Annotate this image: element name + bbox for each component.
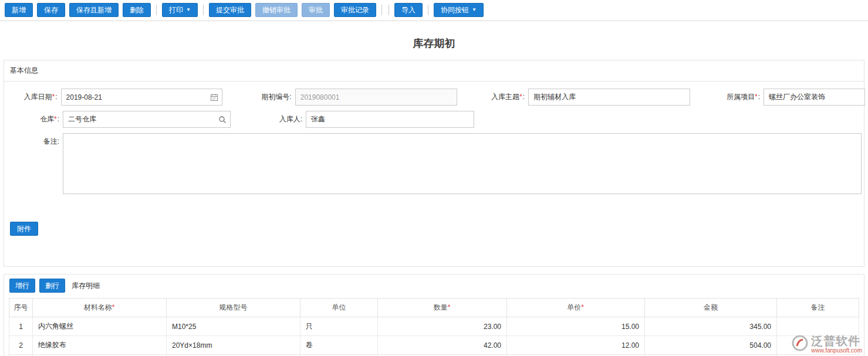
header-remark: 备注: [777, 299, 859, 317]
header-price: 单价*: [507, 299, 645, 317]
basic-info-section-title: 基本信息: [4, 60, 864, 82]
toolbar-divider: [428, 5, 428, 15]
in-date-field[interactable]: [61, 89, 223, 106]
table-header-row: 序号 材料名称* 规格型号 单位 数量* 单价* 金额 备注: [9, 299, 859, 317]
save-button[interactable]: 保存: [37, 3, 65, 17]
in-subject-field[interactable]: [528, 89, 690, 106]
import-button[interactable]: 导入: [394, 3, 423, 17]
basic-info-form: 入库日期*: 期初编号: 入库主题*: 所属项目*:: [4, 82, 864, 194]
header-unit: 单位: [300, 299, 378, 317]
toolbar-divider: [389, 5, 389, 15]
cell-material-name[interactable]: 内六角螺丝: [33, 317, 167, 336]
cell-spec[interactable]: M10*25: [167, 317, 300, 336]
print-button-label: 打印: [169, 6, 183, 14]
project-input[interactable]: [764, 89, 864, 105]
required-mark: *: [581, 303, 584, 311]
inventory-detail-table: 序号 材料名称* 规格型号 单位 数量* 单价* 金额 备注 1 内六角螺丝 M…: [9, 298, 859, 356]
cell-qty[interactable]: 42.00: [378, 336, 507, 355]
toolbar-divider: [203, 5, 204, 15]
header-amount: 金额: [645, 299, 777, 317]
in-person-label: 入库人:: [231, 114, 306, 124]
toolbar-divider: [156, 5, 157, 15]
cell-unit[interactable]: 只: [300, 317, 378, 336]
in-person-field[interactable]: [306, 111, 474, 128]
in-person-input[interactable]: [306, 111, 474, 127]
dropdown-arrow-icon: ▼: [472, 8, 477, 12]
save-and-new-button[interactable]: 保存且新增: [69, 3, 119, 17]
cell-amount: 345.00: [645, 317, 777, 336]
detail-toolbar: 增行 删行 库存明细: [4, 274, 864, 297]
in-date-input[interactable]: [62, 89, 207, 105]
approve-button: 审批: [302, 3, 330, 17]
in-subject-input[interactable]: [529, 89, 690, 105]
table-row[interactable]: 1 内六角螺丝 M10*25 只 23.00 15.00 345.00: [9, 317, 859, 336]
search-icon[interactable]: [215, 116, 230, 124]
cell-remark[interactable]: [777, 317, 859, 336]
form-row-2: 仓库*: 入库人:: [4, 111, 864, 128]
in-date-label: 入库日期*:: [4, 92, 61, 102]
required-mark: *: [112, 303, 115, 311]
cell-material-name[interactable]: 绝缘胶布: [33, 336, 167, 355]
cell-price[interactable]: 12.00: [507, 336, 645, 355]
approval-record-button[interactable]: 审批记录: [334, 3, 376, 17]
cell-qty[interactable]: 23.00: [378, 317, 507, 336]
attachment-button[interactable]: 附件: [10, 222, 38, 236]
add-row-button[interactable]: 增行: [9, 279, 35, 293]
cell-no: 2: [9, 336, 33, 355]
cancel-approval-button: 撤销审批: [255, 3, 298, 17]
remark-textarea[interactable]: [63, 133, 862, 194]
project-field[interactable]: [764, 89, 865, 106]
attachment-row: 附件: [4, 199, 864, 266]
in-subject-label: 入库主题*:: [457, 92, 528, 102]
delete-row-button[interactable]: 删行: [39, 279, 65, 293]
cell-unit[interactable]: 卷: [300, 336, 378, 355]
cell-no: 1: [9, 317, 33, 336]
top-toolbar: 新增 保存 保存且新增 删除 打印 ▼ 提交审批 撤销审批 审批 审批记录 导入…: [0, 0, 868, 21]
header-spec: 规格型号: [167, 299, 300, 317]
remark-label: 备注:: [4, 137, 63, 147]
header-qty: 数量*: [378, 299, 507, 317]
delete-button[interactable]: 删除: [123, 3, 151, 17]
project-label: 所属项目*:: [690, 92, 764, 102]
warehouse-input[interactable]: [63, 111, 215, 127]
warehouse-field[interactable]: [63, 111, 231, 128]
warehouse-label: 仓库*:: [4, 114, 63, 124]
required-mark: *: [54, 115, 57, 123]
collaboration-button[interactable]: 协同按钮 ▼: [434, 3, 484, 17]
detail-section-title: 库存明细: [72, 281, 100, 291]
calendar-icon[interactable]: [207, 93, 222, 101]
required-mark: *: [52, 93, 55, 101]
submit-approval-button[interactable]: 提交审批: [209, 3, 251, 17]
header-no: 序号: [9, 299, 33, 317]
new-button[interactable]: 新增: [5, 3, 33, 17]
collaboration-button-label: 协同按钮: [441, 6, 469, 14]
print-button[interactable]: 打印 ▼: [162, 3, 198, 17]
cell-price[interactable]: 15.00: [507, 317, 645, 336]
page-title: 库存期初: [0, 36, 868, 50]
header-material-name: 材料名称*: [33, 299, 167, 317]
cell-remark[interactable]: [777, 336, 859, 355]
cell-amount: 504.00: [645, 336, 777, 355]
table-row[interactable]: 2 绝缘胶布 20Yd×18mm 卷 42.00 12.00 504.00: [9, 336, 859, 355]
required-mark: *: [519, 93, 522, 101]
cell-spec[interactable]: 20Yd×18mm: [167, 336, 300, 355]
form-row-1: 入库日期*: 期初编号: 入库主题*: 所属项目*:: [4, 89, 864, 106]
toolbar-divider: [381, 5, 382, 15]
initial-no-field: [295, 89, 458, 106]
initial-no-input: [296, 89, 457, 105]
form-row-3: 备注:: [4, 133, 864, 194]
initial-no-label: 期初编号:: [222, 92, 295, 102]
basic-info-panel: 基本信息 入库日期*: 期初编号: 入库主题*: 所属项目*:: [4, 60, 864, 267]
required-mark: *: [755, 93, 758, 101]
required-mark: *: [448, 303, 451, 311]
inventory-detail-panel: 增行 删行 库存明细 序号 材料名称* 规格型号 单位 数量* 单价* 金额 备…: [4, 274, 864, 356]
dropdown-arrow-icon: ▼: [186, 8, 191, 12]
